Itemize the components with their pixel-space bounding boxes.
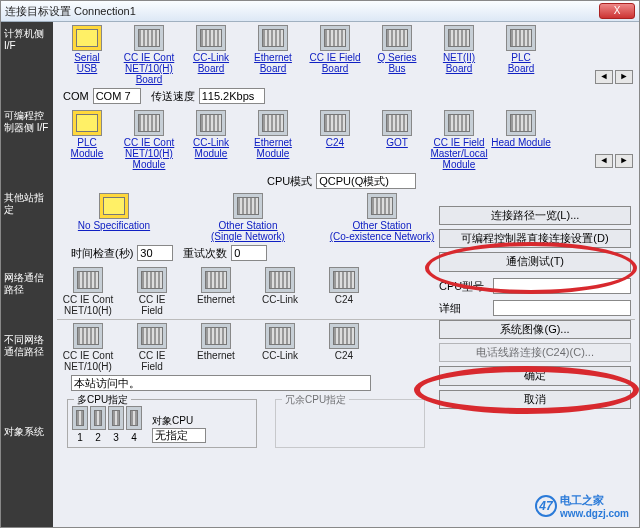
device-label: C24	[335, 350, 353, 361]
ok-button[interactable]: 确定	[439, 366, 631, 386]
device-label: Ethernet Module	[254, 137, 292, 159]
device-icon	[506, 25, 536, 51]
device-icon	[258, 110, 288, 136]
device-icon	[382, 110, 412, 136]
device-item[interactable]: NET(II) Board	[429, 25, 489, 74]
cpu-slot-num: 4	[131, 432, 137, 443]
watermark: 47 电工之家 www.dgzj.com	[535, 493, 629, 519]
device-label: Other Station (Single Network)	[211, 220, 285, 242]
device-item[interactable]: Serial USB	[57, 25, 117, 74]
device-item[interactable]: C24	[313, 267, 375, 305]
device-item[interactable]: Ethernet	[185, 267, 247, 305]
watermark-url: www.dgzj.com	[560, 508, 629, 519]
device-item[interactable]: CC-Link Module	[181, 110, 241, 159]
side-plc-if: 可编程控制器侧 I/F	[1, 104, 53, 186]
device-icon	[265, 267, 295, 293]
device-item[interactable]: CC IE Cont NET/10(H) Board	[119, 25, 179, 85]
device-label: CC IE Field Board	[309, 52, 360, 74]
device-item[interactable]: PLC Module	[57, 110, 117, 159]
device-label: PLC Module	[71, 137, 104, 159]
device-item[interactable]: Q Series Bus	[367, 25, 427, 74]
device-item[interactable]: Other Station (Single Network)	[193, 193, 303, 242]
device-label: CC IE Cont NET/10(H)	[63, 350, 114, 372]
cpu-slot-icon[interactable]	[72, 406, 88, 430]
time-check-input[interactable]	[137, 245, 173, 261]
sidebar: 计算机侧I/F 可编程控制器侧 I/F 其他站指定 网络通信路径 不同网络通信路…	[1, 22, 53, 527]
device-icon	[134, 110, 164, 136]
device-item[interactable]: CC IE Cont NET/10(H) Module	[119, 110, 179, 170]
scroll-left-button-2[interactable]: ◄	[595, 154, 613, 168]
cpu-slot-icon[interactable]	[126, 406, 142, 430]
watermark-logo: 47	[535, 495, 557, 517]
device-label: CC-Link Module	[193, 137, 229, 159]
device-item[interactable]: C24	[305, 110, 365, 148]
system-image-button[interactable]: 系统图像(G)...	[439, 320, 631, 339]
device-label: C24	[326, 137, 344, 148]
device-label: No Specification	[78, 220, 150, 231]
device-item[interactable]: Ethernet Board	[243, 25, 303, 74]
route-list-button[interactable]: 连接路径一览(L)...	[439, 206, 631, 225]
device-icon	[73, 267, 103, 293]
device-item[interactable]: C24	[313, 323, 375, 361]
device-icon	[137, 267, 167, 293]
device-item[interactable]: CC IE Cont NET/10(H)	[57, 267, 119, 316]
device-item[interactable]: GOT	[367, 110, 427, 148]
device-item[interactable]: Ethernet Module	[243, 110, 303, 159]
device-icon	[201, 323, 231, 349]
retry-input[interactable]	[231, 245, 267, 261]
direct-conn-button[interactable]: 可编程控制器直接连接设置(D)	[439, 229, 631, 248]
device-icon	[196, 110, 226, 136]
device-icon	[367, 193, 397, 219]
detail-label: 详细	[439, 301, 489, 316]
target-cpu-input[interactable]	[152, 428, 206, 443]
side-pc-if: 计算机侧I/F	[1, 22, 53, 104]
device-icon	[320, 25, 350, 51]
side-target: 对象系统	[1, 420, 53, 444]
baud-input[interactable]	[199, 88, 265, 104]
device-item[interactable]: CC IE Field Board	[305, 25, 365, 74]
telephone-button[interactable]: 电话线路连接(C24)(C)...	[439, 343, 631, 362]
window: 连接目标设置 Connection1 X 计算机侧I/F 可编程控制器侧 I/F…	[0, 0, 640, 528]
device-icon	[506, 110, 536, 136]
device-item[interactable]: CC-Link	[249, 267, 311, 305]
com-port-input[interactable]	[93, 88, 141, 104]
device-label: CC-Link Board	[193, 52, 229, 74]
scroll-right-button[interactable]: ►	[615, 70, 633, 84]
device-item[interactable]: CC-Link	[249, 323, 311, 361]
device-item[interactable]: Head Module	[491, 110, 551, 148]
device-item[interactable]: PLC Board	[491, 25, 551, 74]
cpu-slot-icon[interactable]	[108, 406, 124, 430]
cpu-slot-num: 3	[113, 432, 119, 443]
device-icon	[73, 323, 103, 349]
cpu-type-label: CPU型号	[439, 279, 489, 294]
cpu-type-field	[493, 278, 631, 294]
device-label: Head Module	[491, 137, 550, 148]
comm-test-button[interactable]: 通信测试(T)	[439, 252, 631, 272]
pc-if-row: Serial USBCC IE Cont NET/10(H) BoardCC-L…	[57, 25, 635, 85]
device-item[interactable]: CC IE Cont NET/10(H)	[57, 323, 119, 372]
device-item[interactable]: CC IE Field	[121, 267, 183, 316]
target-cpu-label: 对象CPU	[152, 414, 206, 428]
baud-label: 传送速度	[151, 89, 195, 104]
side-diff-route: 不同网络通信路径	[1, 328, 53, 420]
device-item[interactable]: CC IE Field Master/Local Module	[429, 110, 489, 170]
multi-cpu-group: 多CPU指定 1234 对象CPU	[67, 399, 257, 448]
device-item[interactable]: CC-Link Board	[181, 25, 241, 74]
detail-field	[493, 300, 631, 316]
cancel-button[interactable]: 取消	[439, 390, 631, 409]
device-item[interactable]: Ethernet	[185, 323, 247, 361]
scroll-left-button[interactable]: ◄	[595, 70, 613, 84]
device-icon	[134, 25, 164, 51]
device-label: CC IE Cont NET/10(H) Module	[124, 137, 175, 170]
cpu-slot-icon[interactable]	[90, 406, 106, 430]
device-item[interactable]: No Specification	[59, 193, 169, 231]
cpu-mode-input[interactable]	[316, 173, 416, 189]
device-icon	[444, 110, 474, 136]
scroll-right-button-2[interactable]: ►	[615, 154, 633, 168]
device-label: Ethernet	[197, 294, 235, 305]
device-item[interactable]: CC IE Field	[121, 323, 183, 372]
device-item[interactable]: Other Station (Co-existence Network)	[327, 193, 437, 242]
close-button[interactable]: X	[599, 3, 635, 19]
titlebar: 连接目标设置 Connection1 X	[1, 1, 639, 22]
device-label: CC IE Cont NET/10(H) Board	[124, 52, 175, 85]
